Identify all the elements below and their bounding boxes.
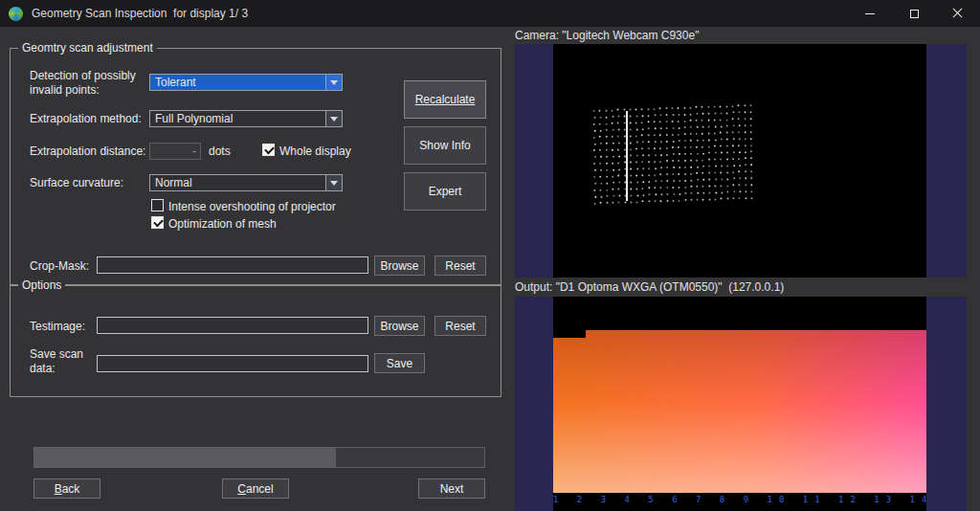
detection-invalid-points-select[interactable]: Tolerant: [149, 74, 343, 91]
app-icon: [9, 7, 23, 21]
close-button[interactable]: [936, 0, 980, 27]
optimization-mesh-checkbox[interactable]: [151, 216, 164, 229]
next-button[interactable]: Next: [418, 478, 485, 499]
group-title: Geomtry scan adjustment: [18, 41, 157, 55]
maximize-icon: [910, 10, 919, 18]
output-number-strip: 1 2 3 4 5 6 7 8 9 10 11 12 13 14 15 16 1…: [553, 495, 926, 507]
minimize-icon: [865, 13, 875, 14]
output-label: Output: "D1 Optoma WXGA (OTM0550)" (127.…: [515, 280, 784, 294]
progress-fill: [34, 448, 336, 467]
output-right-border: [926, 297, 967, 511]
detection-label: Detection of possibly invalid points:: [30, 69, 136, 98]
geometry-scan-inspection-window: Geometry Scan Inspection for display 1/ …: [0, 0, 980, 511]
extrapolation-method-select[interactable]: Full Polynomial: [149, 110, 343, 127]
save-button[interactable]: Save: [374, 353, 425, 373]
camera-right-border: [926, 44, 967, 278]
output-preview: 1 2 3 4 5 6 7 8 9 10 11 12 13 14 15 16 1…: [515, 297, 967, 511]
detection-selected-value: Tolerant: [150, 76, 325, 89]
optimization-mesh-label: Optimization of mesh: [168, 217, 277, 232]
maximize-button[interactable]: [892, 0, 936, 27]
camera-left-border: [515, 44, 553, 278]
output-left-border: [515, 297, 553, 511]
chevron-down-icon[interactable]: [325, 175, 342, 190]
chevron-down-icon: [330, 117, 338, 122]
show-info-button[interactable]: Show Info: [404, 126, 486, 165]
extrapolation-distance-label: Extrapolation distance:: [30, 144, 145, 159]
intense-overshooting-label: Intense overshooting of projector: [168, 200, 336, 214]
camera-dot-grid: [592, 104, 756, 208]
camera-scan-line: [626, 111, 628, 201]
crop-mask-input[interactable]: [97, 256, 368, 274]
chevron-down-icon[interactable]: [325, 75, 342, 90]
chevron-down-icon[interactable]: [325, 111, 342, 126]
testimage-browse-button[interactable]: Browse: [374, 316, 425, 336]
chevron-down-icon: [330, 181, 338, 186]
window-title: Geometry Scan Inspection for display 1/ …: [32, 7, 248, 20]
output-gradient-notch: [553, 330, 586, 338]
testimage-label: Testimage:: [30, 320, 85, 334]
crop-mask-label: Crop-Mask:: [30, 259, 89, 274]
extrapolation-method-value: Full Polynomial: [150, 112, 325, 125]
save-scan-data-label: Save scan data:: [30, 347, 83, 376]
testimage-input[interactable]: [97, 317, 368, 334]
group-title: Options: [18, 278, 65, 292]
back-button[interactable]: Back: [33, 478, 100, 499]
save-scan-data-input[interactable]: [97, 355, 368, 372]
chevron-down-icon: [330, 80, 338, 85]
titlebar: Geometry Scan Inspection for display 1/ …: [0, 0, 980, 27]
whole-display-checkbox[interactable]: [262, 144, 275, 156]
surface-curvature-label: Surface curvature:: [30, 176, 123, 190]
surface-curvature-select[interactable]: Normal: [149, 174, 343, 191]
crop-reset-button[interactable]: Reset: [434, 256, 486, 276]
minimize-button[interactable]: [848, 0, 892, 27]
camera-preview: [515, 44, 967, 278]
options-group: Options Testimage: Browse Reset Save sca…: [10, 285, 501, 397]
whole-display-label: Whole display: [279, 144, 351, 159]
extrapolation-distance-input[interactable]: [149, 143, 201, 160]
window-controls: [848, 0, 980, 27]
expert-button[interactable]: Expert: [404, 172, 486, 211]
recalculate-button[interactable]: Recalculate: [404, 80, 486, 119]
cancel-button[interactable]: Cancel: [222, 478, 289, 499]
dots-suffix-label: dots: [209, 144, 231, 159]
intense-overshooting-checkbox[interactable]: [151, 199, 164, 211]
geometry-scan-adjustment-group: Geomtry scan adjustment Detection of pos…: [10, 48, 501, 285]
camera-label: Camera: "Logitech Webcam C930e": [515, 29, 699, 42]
testimage-reset-button[interactable]: Reset: [434, 316, 486, 336]
output-gradient-pattern: [553, 330, 926, 493]
progress-bar: [33, 447, 485, 468]
surface-curvature-value: Normal: [150, 176, 325, 189]
crop-browse-button[interactable]: Browse: [374, 256, 425, 276]
extrapolation-method-label: Extrapolation method:: [30, 112, 142, 126]
